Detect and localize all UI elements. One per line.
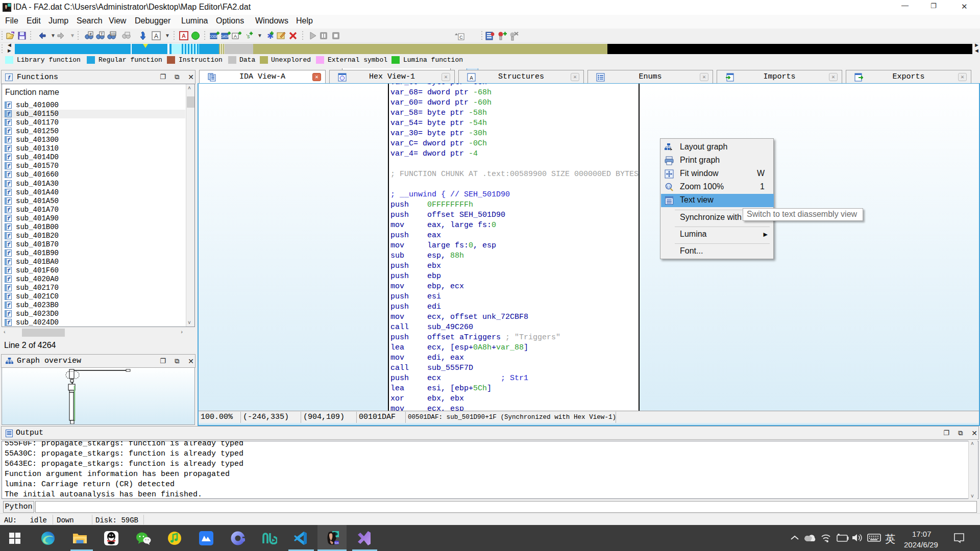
- svg-text:A: A: [182, 33, 186, 39]
- svg-text:A: A: [154, 33, 158, 40]
- svg-text:'s: 's: [246, 34, 250, 39]
- svg-text:DATA: DATA: [221, 35, 229, 38]
- svg-text:C: C: [459, 35, 463, 40]
- svg-text:101: 101: [110, 32, 116, 36]
- svg-text:1:1: 1:1: [667, 185, 671, 188]
- svg-text:#: #: [89, 32, 92, 36]
- svg-text:T: T: [101, 32, 103, 36]
- svg-text:CODE: CODE: [210, 35, 219, 38]
- svg-text:IDA: IDA: [334, 541, 339, 544]
- svg-text:A: A: [234, 34, 237, 39]
